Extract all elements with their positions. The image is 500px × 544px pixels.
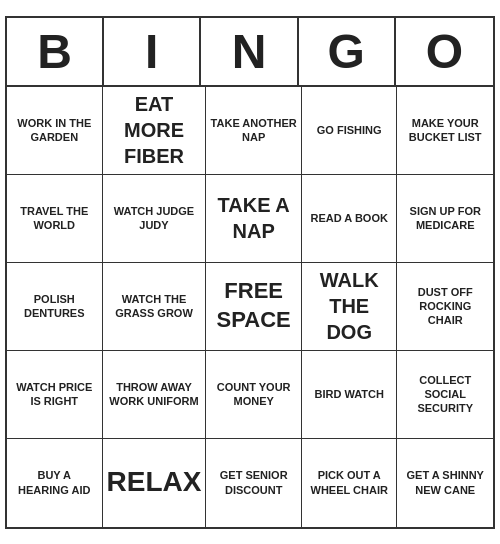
bingo-cell-19[interactable]: COLLECT SOCIAL SECURITY [397, 351, 493, 439]
bingo-cell-5[interactable]: TRAVEL THE WORLD [7, 175, 103, 263]
bingo-cell-10[interactable]: POLISH DENTURES [7, 263, 103, 351]
bingo-letter-o: O [396, 18, 493, 85]
bingo-cell-6[interactable]: WATCH JUDGE JUDY [103, 175, 207, 263]
bingo-cell-21[interactable]: RELAX [103, 439, 207, 527]
bingo-cell-18[interactable]: BIRD WATCH [302, 351, 398, 439]
bingo-letter-i: I [104, 18, 201, 85]
bingo-cell-2[interactable]: TAKE ANOTHER NAP [206, 87, 302, 175]
bingo-cell-17[interactable]: COUNT YOUR MONEY [206, 351, 302, 439]
bingo-cell-1[interactable]: EAT MORE FIBER [103, 87, 207, 175]
bingo-cell-13[interactable]: WALK THE DOG [302, 263, 398, 351]
bingo-cell-16[interactable]: THROW AWAY WORK UNIFORM [103, 351, 207, 439]
bingo-letter-b: B [7, 18, 104, 85]
bingo-cell-11[interactable]: WATCH THE GRASS GROW [103, 263, 207, 351]
bingo-header: BINGO [7, 18, 493, 87]
bingo-cell-14[interactable]: DUST OFF ROCKING CHAIR [397, 263, 493, 351]
bingo-grid: WORK IN THE GARDENEAT MORE FIBERTAKE ANO… [7, 87, 493, 527]
bingo-cell-20[interactable]: BUY A HEARING AID [7, 439, 103, 527]
bingo-letter-g: G [299, 18, 396, 85]
bingo-cell-8[interactable]: READ A BOOK [302, 175, 398, 263]
bingo-cell-9[interactable]: SIGN UP FOR MEDICARE [397, 175, 493, 263]
bingo-cell-0[interactable]: WORK IN THE GARDEN [7, 87, 103, 175]
bingo-cell-7[interactable]: TAKE A NAP [206, 175, 302, 263]
bingo-letter-n: N [201, 18, 298, 85]
bingo-card: BINGO WORK IN THE GARDENEAT MORE FIBERTA… [5, 16, 495, 529]
bingo-cell-15[interactable]: WATCH PRICE IS RIGHT [7, 351, 103, 439]
bingo-cell-22[interactable]: GET SENIOR DISCOUNT [206, 439, 302, 527]
bingo-cell-23[interactable]: PICK OUT A WHEEL CHAIR [302, 439, 398, 527]
bingo-cell-3[interactable]: GO FISHING [302, 87, 398, 175]
bingo-cell-12[interactable]: Free Space [206, 263, 302, 351]
bingo-cell-24[interactable]: GET A SHINNY NEW CANE [397, 439, 493, 527]
bingo-cell-4[interactable]: MAKE YOUR BUCKET LIST [397, 87, 493, 175]
